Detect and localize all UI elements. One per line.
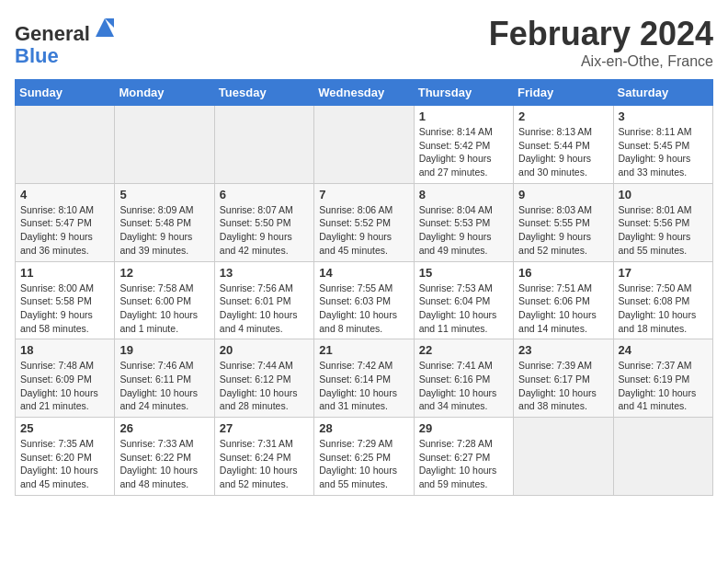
weekday-header: Tuesday	[214, 80, 313, 106]
day-number: 19	[119, 343, 209, 357]
day-info: Sunrise: 7:29 AM Sunset: 6:25 PM Dayligh…	[319, 437, 408, 491]
day-number: 12	[119, 266, 209, 280]
calendar-cell: 7Sunrise: 8:06 AM Sunset: 5:52 PM Daylig…	[314, 183, 414, 261]
day-info: Sunrise: 8:13 AM Sunset: 5:44 PM Dayligh…	[518, 125, 608, 179]
logo-blue: Blue	[15, 44, 59, 67]
calendar-cell: 28Sunrise: 7:29 AM Sunset: 6:25 PM Dayli…	[314, 418, 414, 496]
calendar-cell: 20Sunrise: 7:44 AM Sunset: 6:12 PM Dayli…	[214, 339, 313, 418]
day-info: Sunrise: 8:06 AM Sunset: 5:52 PM Dayligh…	[319, 203, 408, 258]
day-number: 14	[319, 266, 408, 280]
calendar-cell: 21Sunrise: 7:42 AM Sunset: 6:14 PM Dayli…	[314, 339, 414, 418]
day-number: 24	[619, 343, 708, 357]
day-info: Sunrise: 7:46 AM Sunset: 6:11 PM Dayligh…	[119, 359, 209, 413]
day-info: Sunrise: 8:03 AM Sunset: 5:55 PM Dayligh…	[518, 203, 608, 258]
day-info: Sunrise: 7:44 AM Sunset: 6:12 PM Dayligh…	[220, 359, 309, 413]
calendar-week-row: 18Sunrise: 7:48 AM Sunset: 6:09 PM Dayli…	[16, 339, 713, 418]
calendar-cell: 16Sunrise: 7:51 AM Sunset: 6:06 PM Dayli…	[514, 261, 613, 339]
day-number: 25	[20, 421, 109, 435]
day-info: Sunrise: 7:56 AM Sunset: 6:01 PM Dayligh…	[220, 282, 309, 336]
day-number: 13	[220, 266, 309, 280]
logo: General Blue	[15, 15, 118, 67]
day-number: 16	[518, 266, 608, 280]
calendar-cell: 13Sunrise: 7:56 AM Sunset: 6:01 PM Dayli…	[214, 261, 313, 339]
calendar-cell: 6Sunrise: 8:07 AM Sunset: 5:50 PM Daylig…	[214, 183, 313, 261]
calendar-cell: 15Sunrise: 7:53 AM Sunset: 6:04 PM Dayli…	[414, 261, 513, 339]
weekday-header-row: SundayMondayTuesdayWednesdayThursdayFrid…	[16, 80, 713, 106]
day-number: 5	[119, 188, 209, 201]
calendar-week-row: 1Sunrise: 8:14 AM Sunset: 5:42 PM Daylig…	[16, 106, 713, 184]
day-info: Sunrise: 8:09 AM Sunset: 5:48 PM Dayligh…	[119, 203, 209, 258]
day-info: Sunrise: 7:39 AM Sunset: 6:17 PM Dayligh…	[518, 359, 608, 413]
title-block: February 2024 Aix-en-Othe, France	[489, 15, 713, 70]
calendar-cell: 2Sunrise: 8:13 AM Sunset: 5:44 PM Daylig…	[514, 106, 613, 184]
day-info: Sunrise: 8:00 AM Sunset: 5:58 PM Dayligh…	[20, 282, 109, 336]
day-info: Sunrise: 8:07 AM Sunset: 5:50 PM Dayligh…	[220, 203, 309, 258]
logo-icon	[92, 15, 118, 40]
day-number: 7	[319, 188, 408, 201]
day-number: 15	[419, 266, 508, 280]
calendar-cell: 8Sunrise: 8:04 AM Sunset: 5:53 PM Daylig…	[414, 183, 513, 261]
calendar-week-row: 4Sunrise: 8:10 AM Sunset: 5:47 PM Daylig…	[16, 183, 713, 261]
day-number: 27	[220, 421, 309, 435]
calendar-cell: 24Sunrise: 7:37 AM Sunset: 6:19 PM Dayli…	[613, 339, 712, 418]
calendar-cell: 14Sunrise: 7:55 AM Sunset: 6:03 PM Dayli…	[314, 261, 414, 339]
day-info: Sunrise: 8:01 AM Sunset: 5:56 PM Dayligh…	[619, 203, 708, 258]
day-info: Sunrise: 7:51 AM Sunset: 6:06 PM Dayligh…	[518, 282, 608, 336]
weekday-header: Thursday	[414, 80, 513, 106]
day-info: Sunrise: 7:42 AM Sunset: 6:14 PM Dayligh…	[319, 359, 408, 413]
day-info: Sunrise: 7:53 AM Sunset: 6:04 PM Dayligh…	[419, 282, 508, 336]
day-number: 4	[20, 188, 109, 201]
weekday-header: Monday	[115, 80, 214, 106]
calendar-cell: 29Sunrise: 7:28 AM Sunset: 6:27 PM Dayli…	[414, 418, 513, 496]
day-number: 2	[518, 109, 608, 123]
day-number: 11	[20, 266, 109, 280]
day-info: Sunrise: 7:50 AM Sunset: 6:08 PM Dayligh…	[619, 282, 708, 336]
calendar-week-row: 11Sunrise: 8:00 AM Sunset: 5:58 PM Dayli…	[16, 261, 713, 339]
day-info: Sunrise: 7:37 AM Sunset: 6:19 PM Dayligh…	[619, 359, 708, 413]
calendar-cell: 17Sunrise: 7:50 AM Sunset: 6:08 PM Dayli…	[613, 261, 712, 339]
day-number: 8	[419, 188, 508, 201]
day-info: Sunrise: 8:04 AM Sunset: 5:53 PM Dayligh…	[419, 203, 508, 258]
calendar-cell: 4Sunrise: 8:10 AM Sunset: 5:47 PM Daylig…	[16, 183, 115, 261]
day-info: Sunrise: 7:48 AM Sunset: 6:09 PM Dayligh…	[20, 359, 109, 413]
day-number: 26	[119, 421, 209, 435]
calendar-cell: 25Sunrise: 7:35 AM Sunset: 6:20 PM Dayli…	[16, 418, 115, 496]
calendar-table: SundayMondayTuesdayWednesdayThursdayFrid…	[15, 79, 713, 496]
day-number: 1	[419, 109, 508, 123]
calendar-cell	[115, 106, 214, 184]
day-info: Sunrise: 8:14 AM Sunset: 5:42 PM Dayligh…	[419, 125, 508, 179]
day-number: 23	[518, 343, 608, 357]
calendar-cell: 19Sunrise: 7:46 AM Sunset: 6:11 PM Dayli…	[115, 339, 214, 418]
day-info: Sunrise: 7:41 AM Sunset: 6:16 PM Dayligh…	[419, 359, 508, 413]
day-number: 21	[319, 343, 408, 357]
day-info: Sunrise: 8:11 AM Sunset: 5:45 PM Dayligh…	[619, 125, 708, 179]
logo-general: General	[15, 22, 90, 45]
calendar-cell: 22Sunrise: 7:41 AM Sunset: 6:16 PM Dayli…	[414, 339, 513, 418]
weekday-header: Sunday	[16, 80, 115, 106]
calendar-cell	[214, 106, 313, 184]
calendar-cell: 1Sunrise: 8:14 AM Sunset: 5:42 PM Daylig…	[414, 106, 513, 184]
day-number: 3	[619, 109, 708, 123]
day-number: 18	[20, 343, 109, 357]
calendar-cell: 10Sunrise: 8:01 AM Sunset: 5:56 PM Dayli…	[613, 183, 712, 261]
calendar-cell: 23Sunrise: 7:39 AM Sunset: 6:17 PM Dayli…	[514, 339, 613, 418]
calendar-cell: 11Sunrise: 8:00 AM Sunset: 5:58 PM Dayli…	[16, 261, 115, 339]
day-number: 17	[619, 266, 708, 280]
calendar-cell: 3Sunrise: 8:11 AM Sunset: 5:45 PM Daylig…	[613, 106, 712, 184]
day-info: Sunrise: 7:33 AM Sunset: 6:22 PM Dayligh…	[119, 437, 209, 491]
calendar-cell	[314, 106, 414, 184]
weekday-header: Saturday	[613, 80, 712, 106]
calendar-cell: 27Sunrise: 7:31 AM Sunset: 6:24 PM Dayli…	[214, 418, 313, 496]
calendar-title: February 2024	[489, 15, 713, 53]
day-info: Sunrise: 8:10 AM Sunset: 5:47 PM Dayligh…	[20, 203, 109, 258]
day-number: 20	[220, 343, 309, 357]
day-number: 10	[619, 188, 708, 201]
calendar-cell	[16, 106, 115, 184]
day-number: 28	[319, 421, 408, 435]
calendar-cell	[613, 418, 712, 496]
day-info: Sunrise: 7:58 AM Sunset: 6:00 PM Dayligh…	[119, 282, 209, 336]
day-info: Sunrise: 7:55 AM Sunset: 6:03 PM Dayligh…	[319, 282, 408, 336]
day-info: Sunrise: 7:28 AM Sunset: 6:27 PM Dayligh…	[419, 437, 508, 491]
page-header: General Blue February 2024 Aix-en-Othe, …	[15, 15, 713, 70]
calendar-cell: 18Sunrise: 7:48 AM Sunset: 6:09 PM Dayli…	[16, 339, 115, 418]
